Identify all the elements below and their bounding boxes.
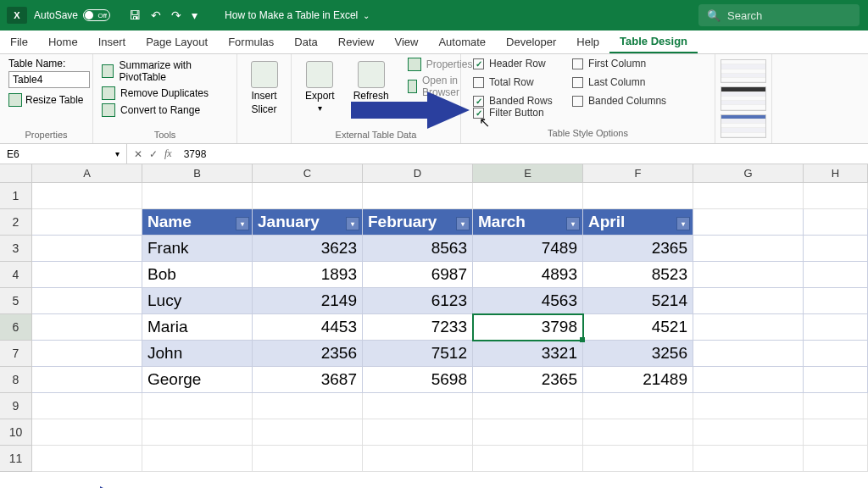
cell[interactable] <box>32 183 142 209</box>
row-header[interactable]: 8 <box>0 367 32 393</box>
cell[interactable] <box>804 419 868 446</box>
row-header[interactable]: 6 <box>0 314 32 341</box>
cell[interactable]: 4563 <box>473 288 583 314</box>
cell[interactable] <box>32 393 142 419</box>
tab-formulas[interactable]: Formulas <box>218 30 284 53</box>
cell[interactable]: January▾ <box>253 209 363 236</box>
cell[interactable] <box>693 341 804 367</box>
tab-automate[interactable]: Automate <box>428 30 496 53</box>
tab-review[interactable]: Review <box>328 30 385 53</box>
cell[interactable] <box>693 183 804 209</box>
tab-view[interactable]: View <box>384 30 428 53</box>
col-header-C[interactable]: C <box>253 164 363 183</box>
cell[interactable]: 5214 <box>583 288 693 314</box>
cell[interactable] <box>363 446 473 472</box>
row-header[interactable]: 2 <box>0 209 32 236</box>
unlink-button[interactable]: Unlink <box>408 102 473 115</box>
cell[interactable] <box>583 419 693 446</box>
cell[interactable] <box>804 341 868 367</box>
open-browser-button[interactable]: Open in Browser <box>408 75 473 98</box>
cell[interactable]: 6987 <box>363 262 473 288</box>
cell[interactable]: Maria <box>142 314 253 341</box>
cell[interactable] <box>804 262 868 288</box>
row-header[interactable]: 5 <box>0 288 32 314</box>
cell[interactable] <box>32 367 142 393</box>
cell[interactable]: 2356 <box>253 341 363 367</box>
search-input[interactable]: 🔍 Search <box>698 4 860 26</box>
cell[interactable]: 8523 <box>583 262 693 288</box>
cell[interactable] <box>32 419 142 446</box>
cell[interactable] <box>693 446 804 472</box>
col-header-E[interactable]: E <box>473 164 583 183</box>
cell[interactable]: April▾ <box>583 209 693 236</box>
cell[interactable] <box>693 393 804 419</box>
accept-formula-icon[interactable]: ✓ <box>149 148 158 160</box>
cell[interactable] <box>804 446 868 472</box>
cell[interactable]: Bob <box>142 262 253 288</box>
tab-table-design[interactable]: Table Design <box>609 30 698 53</box>
cell[interactable] <box>804 288 868 314</box>
cell[interactable]: 3256 <box>583 341 693 367</box>
cell[interactable] <box>473 419 583 446</box>
cell[interactable]: 7489 <box>473 236 583 262</box>
qa-dropdown-icon[interactable]: ▾ <box>192 8 198 22</box>
cell[interactable] <box>693 367 804 393</box>
filter-button-checkbox[interactable]: ✓Filter Button <box>473 107 544 119</box>
select-all-corner[interactable] <box>0 164 32 183</box>
cell[interactable]: March▾ <box>473 209 583 236</box>
remove-duplicates-button[interactable]: Remove Duplicates <box>102 85 228 102</box>
cell[interactable] <box>32 341 142 367</box>
row-header[interactable]: 9 <box>0 393 32 419</box>
banded-columns-checkbox[interactable]: Banded Columns <box>572 95 666 107</box>
row-header[interactable]: 4 <box>0 262 32 288</box>
col-header-H[interactable]: H <box>804 164 868 183</box>
last-column-checkbox[interactable]: Last Column <box>572 76 666 88</box>
convert-range-button[interactable]: Convert to Range <box>102 102 228 119</box>
cell[interactable] <box>32 209 142 236</box>
cell[interactable] <box>693 288 804 314</box>
cell[interactable] <box>693 419 804 446</box>
cell[interactable] <box>32 236 142 262</box>
cell[interactable]: 3798 <box>473 314 583 341</box>
summarize-pivot-button[interactable]: Summarize with PivotTable <box>102 58 228 85</box>
cell[interactable] <box>804 393 868 419</box>
table-style-preview[interactable] <box>721 86 766 110</box>
cell[interactable]: 3623 <box>253 236 363 262</box>
cell[interactable]: Lucy <box>142 288 253 314</box>
cell[interactable] <box>142 419 253 446</box>
first-column-checkbox[interactable]: First Column <box>572 58 666 69</box>
table-style-preview[interactable] <box>721 59 766 83</box>
filter-dropdown-icon[interactable]: ▾ <box>346 217 359 230</box>
undo-icon[interactable]: ↶ <box>151 8 161 22</box>
cell[interactable] <box>32 446 142 472</box>
cell[interactable] <box>583 446 693 472</box>
cell[interactable] <box>804 183 868 209</box>
autosave-toggle[interactable]: AutoSave Off <box>34 9 110 21</box>
filter-dropdown-icon[interactable]: ▾ <box>566 217 580 230</box>
cell[interactable]: George <box>142 367 253 393</box>
cell[interactable] <box>693 236 804 262</box>
resize-table-button[interactable]: Resize Table <box>8 93 84 107</box>
cancel-formula-icon[interactable]: ✕ <box>134 148 142 160</box>
cell[interactable]: 2149 <box>253 288 363 314</box>
cell[interactable] <box>693 314 804 341</box>
cell[interactable] <box>473 393 583 419</box>
cell[interactable]: Frank <box>142 236 253 262</box>
cell[interactable]: 21489 <box>583 367 693 393</box>
col-header-F[interactable]: F <box>583 164 693 183</box>
cell[interactable]: 4893 <box>473 262 583 288</box>
cell[interactable]: 2365 <box>583 236 693 262</box>
tab-page-layout[interactable]: Page Layout <box>136 30 218 53</box>
cell[interactable] <box>363 183 473 209</box>
col-header-A[interactable]: A <box>32 164 142 183</box>
tab-insert[interactable]: Insert <box>88 30 136 53</box>
cell[interactable] <box>253 393 363 419</box>
cell[interactable]: 4521 <box>583 314 693 341</box>
cell[interactable]: 2365 <box>473 367 583 393</box>
cell[interactable]: 3321 <box>473 341 583 367</box>
cell[interactable] <box>253 183 363 209</box>
redo-icon[interactable]: ↷ <box>171 8 181 22</box>
cell[interactable]: 4453 <box>253 314 363 341</box>
tab-help[interactable]: Help <box>566 30 609 53</box>
cell[interactable] <box>473 183 583 209</box>
